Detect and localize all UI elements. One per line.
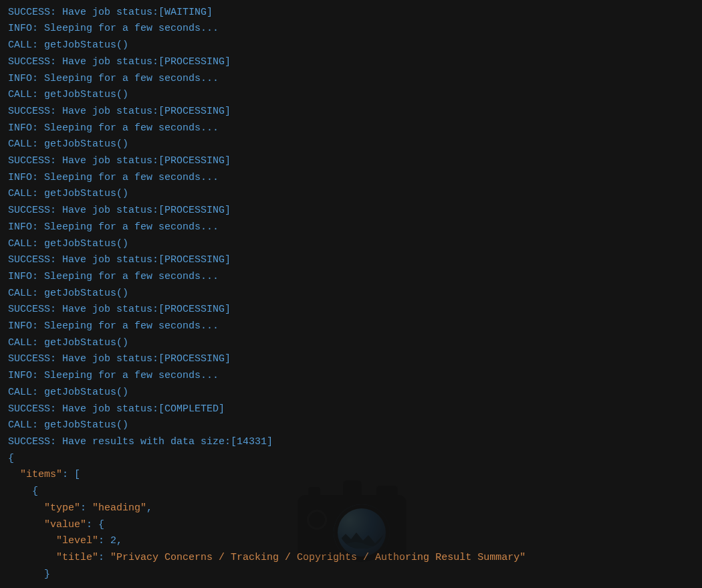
log-token: "heading" (92, 502, 146, 514)
log-token: Have results with data size: (62, 436, 231, 448)
log-token: CALL: (8, 188, 44, 199)
log-token: "Privacy Concerns / Tracking / Copyright… (110, 552, 525, 563)
log-token: : [ (62, 469, 80, 480)
log-token: Sleeping for a few seconds... (44, 221, 219, 233)
log-line: INFO: Sleeping for a few seconds... (8, 318, 702, 335)
log-token: INFO: (8, 271, 44, 282)
log-token: CALL: (8, 419, 44, 431)
log-token: SUCCESS: (8, 155, 62, 167)
log-token: CALL: (8, 0, 44, 1)
log-line: INFO: Sleeping for a few seconds... (8, 71, 702, 88)
log-line: CALL: getJobStatus() (8, 286, 702, 302)
log-token: [PROCESSING] (158, 304, 231, 315)
log-token: CALL: (8, 337, 44, 349)
log-token: getJobStatus() (44, 337, 128, 349)
log-token: [PROCESSING] (158, 56, 231, 68)
log-line: "items": [ (8, 467, 702, 484)
log-token: CALL: (8, 238, 44, 250)
log-token: SUCCESS: (8, 254, 62, 266)
log-token: getJobStatus() (44, 138, 128, 150)
log-token: [PROCESSING] (158, 353, 231, 365)
log-token: INFO: (8, 370, 44, 381)
log-line: CALL: getJobStatus() (8, 236, 702, 253)
log-line: } (8, 567, 702, 583)
log-token: getJobStatus() (44, 0, 128, 1)
log-token: INFO: (8, 23, 44, 34)
log-line: INFO: Sleeping for a few seconds... (8, 368, 702, 385)
log-token: getJobStatus() (44, 238, 128, 250)
log-token: getJobStatus() (44, 288, 128, 299)
terminal-output[interactable]: CALL: getJobStatus()SUCCESS: Have job st… (0, 0, 702, 583)
log-token: CALL: (8, 387, 44, 398)
log-line: SUCCESS: Have job status:[COMPLETED] (8, 401, 702, 418)
log-line: SUCCESS: Have results with data size:[14… (8, 434, 702, 451)
log-token: , (146, 502, 152, 514)
log-line: INFO: Sleeping for a few seconds... (8, 170, 702, 187)
log-token: [14331] (231, 436, 273, 448)
log-token: [PROCESSING] (158, 155, 231, 167)
log-token: SUCCESS: (8, 304, 62, 315)
log-line: CALL: getJobStatus() (8, 136, 702, 153)
log-token: { (8, 453, 14, 464)
log-token: Sleeping for a few seconds... (44, 370, 219, 381)
log-token: Sleeping for a few seconds... (44, 172, 219, 183)
log-line: "title": "Privacy Concerns / Tracking / … (8, 550, 702, 567)
log-token: : (98, 535, 110, 547)
log-token: INFO: (8, 221, 44, 233)
log-line: SUCCESS: Have job status:[PROCESSING] (8, 252, 702, 269)
log-token: "title" (8, 552, 98, 563)
log-token: SUCCESS: (8, 7, 62, 18)
log-token: [PROCESSING] (158, 254, 231, 266)
log-token: getJobStatus() (44, 39, 128, 51)
log-token: Have job status: (62, 106, 158, 117)
log-token: Have job status: (62, 304, 158, 315)
log-token: "level" (8, 535, 98, 547)
log-token: Have job status: (62, 205, 158, 216)
log-token: CALL: (8, 89, 44, 100)
log-line: CALL: getJobStatus() (8, 186, 702, 203)
log-token: SUCCESS: (8, 56, 62, 68)
log-token: INFO: (8, 172, 44, 183)
log-line: CALL: getJobStatus() (8, 335, 702, 352)
log-line: "level": 2, (8, 533, 702, 550)
log-line: SUCCESS: Have job status:[PROCESSING] (8, 203, 702, 219)
log-token: Have job status: (62, 155, 158, 167)
log-token: Have job status: (62, 353, 158, 365)
log-line: CALL: getJobStatus() (8, 37, 702, 54)
log-token: INFO: (8, 73, 44, 84)
log-line: { (8, 451, 702, 468)
log-line: "value": { (8, 517, 702, 534)
log-token: : (80, 502, 92, 514)
log-token: } (8, 569, 50, 580)
log-line: INFO: Sleeping for a few seconds... (8, 21, 702, 37)
log-token: Have job status: (62, 56, 158, 68)
log-line: { (8, 484, 702, 500)
log-token: SUCCESS: (8, 205, 62, 216)
log-token: [WAITING] (158, 7, 213, 18)
log-token: Sleeping for a few seconds... (44, 23, 219, 34)
log-line: SUCCESS: Have job status:[PROCESSING] (8, 302, 702, 318)
log-token: getJobStatus() (44, 387, 128, 398)
log-token: getJobStatus() (44, 188, 128, 199)
log-line: INFO: Sleeping for a few seconds... (8, 219, 702, 236)
log-line: SUCCESS: Have job status:[WAITING] (8, 5, 702, 21)
log-token: CALL: (8, 288, 44, 299)
log-line: CALL: getJobStatus() (8, 87, 702, 104)
log-token: SUCCESS: (8, 106, 62, 117)
log-line: INFO: Sleeping for a few seconds... (8, 269, 702, 286)
log-line: SUCCESS: Have job status:[PROCESSING] (8, 351, 702, 368)
log-token: { (8, 486, 38, 497)
log-token: : { (86, 519, 104, 530)
log-token: [COMPLETED] (158, 403, 225, 415)
log-token: SUCCESS: (8, 403, 62, 415)
log-token: INFO: (8, 122, 44, 134)
log-token: "value" (8, 519, 86, 530)
log-token: Have job status: (62, 7, 158, 18)
log-token: Sleeping for a few seconds... (44, 73, 219, 84)
log-token: [PROCESSING] (158, 205, 231, 216)
log-line: "type": "heading", (8, 500, 702, 517)
log-line: CALL: getJobStatus() (8, 417, 702, 434)
log-token: Have job status: (62, 403, 158, 415)
log-line: CALL: getJobStatus() (8, 0, 702, 5)
log-token: SUCCESS: (8, 436, 62, 448)
